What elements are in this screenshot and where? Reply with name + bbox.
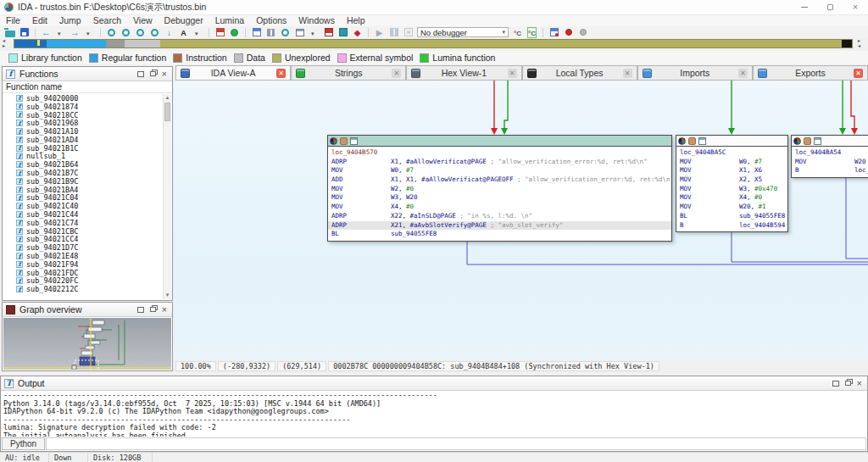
tab-strings[interactable]: Strings✕ — [291, 65, 406, 81]
block-header[interactable] — [676, 136, 787, 147]
function-list-item[interactable]: fsub_94021C74 — [3, 219, 162, 227]
functions-panel-titlebar[interactable]: f Functions × — [3, 67, 172, 81]
instruction-line[interactable]: ADRPX21, #aAvbSlotVerify@PAGE ; "avb_slo… — [328, 221, 671, 231]
tab-close-icon[interactable]: ✕ — [392, 69, 401, 78]
graph-overview-minimap[interactable] — [3, 318, 171, 370]
instruction-line[interactable]: MOVW2, #0 — [328, 185, 671, 194]
instruction-line[interactable]: MOVW20 — [792, 158, 868, 167]
tab-close-icon[interactable]: ✕ — [623, 69, 632, 78]
output-float-icon[interactable] — [845, 381, 851, 386]
function-list-item[interactable]: fsub_94021A10 — [3, 127, 162, 136]
function-list-item[interactable]: fsub_94021B7C — [3, 169, 162, 177]
autoanalysis-icon[interactable] — [229, 27, 240, 37]
block-label[interactable]: loc_9404B570 — [328, 148, 671, 158]
instruction-line[interactable]: ADDX1, X1, #aAllowVerificat@PAGEOFF ; "a… — [328, 175, 671, 185]
function-list-item[interactable]: fsub_940218CC — [3, 111, 162, 120]
instruction-line[interactable]: MOVX2, X5 — [676, 175, 787, 185]
break-diamond-icon[interactable] — [352, 27, 363, 37]
navigation-band[interactable] — [14, 39, 853, 48]
debugger-select[interactable]: No debugger▾ — [417, 27, 509, 37]
tab-python[interactable]: Python — [2, 437, 45, 450]
function-list-item[interactable]: fsub_94021FDC — [3, 269, 162, 277]
function-list-item[interactable]: fsub_94021B64 — [3, 160, 162, 169]
instruction-line[interactable]: MOVW0, #7 — [676, 158, 787, 167]
memory-dropdown-icon[interactable] — [309, 27, 320, 37]
menu-lumina[interactable]: Lumina — [209, 15, 250, 26]
basic-block-loc_9404B570[interactable]: loc_9404B570ADRPX1, #aAllowVerificat@PAG… — [327, 135, 672, 242]
function-list-item[interactable]: fsub_94021C40 — [3, 202, 162, 210]
function-list-item[interactable]: fsub_94021B9C — [3, 177, 162, 186]
signature-icon[interactable] — [135, 27, 146, 37]
functions-scrollbar[interactable]: ▲ ▼ — [163, 94, 171, 299]
navband-left-arrows-icon[interactable]: ◂▸ — [3, 38, 11, 49]
function-list-item[interactable]: fsub_94021CBC — [3, 227, 162, 236]
function-list-item[interactable]: fsub_940220FC — [3, 277, 162, 286]
block-header[interactable] — [792, 136, 868, 147]
library-icon[interactable] — [106, 27, 117, 37]
output-close-icon[interactable]: × — [857, 380, 862, 387]
forward-dropdown-icon[interactable] — [84, 27, 95, 37]
output-panel-titlebar[interactable]: T Output × — [1, 376, 867, 391]
save-icon[interactable] — [19, 27, 30, 37]
instruction-line[interactable]: BLsub_94055FE8 — [328, 230, 671, 239]
menu-debugger[interactable]: Debugger — [159, 15, 209, 26]
instruction-line[interactable]: MOVX4, #0 — [328, 203, 671, 212]
menu-options[interactable]: Options — [250, 15, 292, 26]
colors-icon[interactable] — [214, 27, 225, 37]
tab-hex-view-1[interactable]: Hex View-1✕ — [406, 65, 521, 81]
function-list-item[interactable]: fsub_94021CC4 — [3, 236, 162, 244]
debugger-windows-icon[interactable] — [251, 27, 262, 37]
minimize-button[interactable] — [792, 0, 817, 15]
instruction-line[interactable]: MOVX1, X6 — [676, 166, 787, 175]
open-file-icon[interactable] — [4, 27, 15, 37]
step-over-c-icon[interactable] — [512, 27, 523, 37]
tab-close-icon[interactable]: ✕ — [276, 69, 286, 78]
function-list-item[interactable]: fsub_94021F94 — [3, 260, 162, 269]
tab-close-icon[interactable]: ✕ — [738, 69, 748, 78]
graph-view[interactable]: loc_9404B570ADRPX1, #aAllowVerificat@PAG… — [174, 81, 868, 359]
function-list-item[interactable]: fsub_94021968 — [3, 119, 162, 127]
names-icon[interactable] — [178, 27, 189, 37]
instruction-line[interactable]: Bloc_9404B594 — [676, 221, 787, 231]
watch-icon[interactable] — [280, 27, 291, 37]
tab-exports[interactable]: Exports✕ — [753, 65, 868, 81]
instruction-line[interactable]: MOVW3, W20 — [328, 193, 671, 203]
instruction-line[interactable]: ADRPX1, #aAllowVerificat@PAGE ; "allow_v… — [328, 158, 671, 167]
instruction-line[interactable]: MOVW20, #1 — [676, 203, 787, 212]
registers-icon[interactable] — [323, 27, 334, 37]
instruction-line[interactable]: ADRPX22, #aInSLD@PAGE ; "in %s, l:%d. \n… — [328, 212, 671, 221]
basic-block-loc_9404BA5C[interactable]: loc_9404BA5CMOVW0, #7MOVX1, X6MOVX2, X5M… — [676, 135, 788, 232]
scroll-up-icon[interactable]: ▲ — [164, 94, 171, 102]
breakpoint-disable-icon[interactable] — [577, 27, 588, 37]
scrollbar-thumb[interactable] — [164, 103, 170, 121]
output-maximize-icon[interactable] — [832, 381, 839, 387]
breakpoint-list-icon[interactable] — [548, 27, 559, 37]
functions-float-icon[interactable] — [150, 71, 156, 76]
instruction-line[interactable]: MOVX4, #0 — [676, 193, 787, 203]
tab-ida-view-a[interactable]: IDA View-A✕ — [175, 65, 291, 81]
breakpoint-delete-icon[interactable] — [563, 27, 574, 37]
block-header[interactable] — [328, 136, 671, 147]
type-library-icon[interactable] — [120, 27, 131, 37]
instruction-line[interactable]: BLsub_94055FE8 — [676, 212, 787, 221]
function-list-item[interactable]: fsub_94021AD4 — [3, 136, 162, 144]
memory-window-icon[interactable] — [294, 27, 305, 37]
functions-close-icon[interactable]: × — [162, 70, 167, 78]
function-list-item[interactable]: fsub_94021B1C — [3, 144, 162, 153]
names-dropdown-icon[interactable] — [192, 27, 203, 37]
function-list-item[interactable]: fnullsub_1 — [3, 153, 162, 161]
overview-close-icon[interactable]: × — [162, 306, 167, 314]
jump-icon[interactable] — [164, 27, 175, 37]
modules-icon[interactable] — [265, 27, 276, 37]
overview-float-icon[interactable] — [150, 307, 156, 312]
forward-icon[interactable] — [70, 27, 81, 37]
back-icon[interactable] — [41, 27, 52, 37]
segments-icon[interactable] — [337, 27, 348, 37]
functions-column-header[interactable]: Function name — [3, 81, 172, 93]
pause-process-icon[interactable] — [388, 27, 399, 37]
instruction-line[interactable]: MOVW3, #0x470 — [676, 185, 787, 194]
menu-search[interactable]: Search — [87, 15, 127, 26]
navband-right-arrows-icon[interactable]: ▸◂ — [858, 38, 866, 49]
close-button[interactable]: × — [843, 0, 868, 15]
tab-close-icon[interactable]: ✕ — [854, 69, 863, 78]
